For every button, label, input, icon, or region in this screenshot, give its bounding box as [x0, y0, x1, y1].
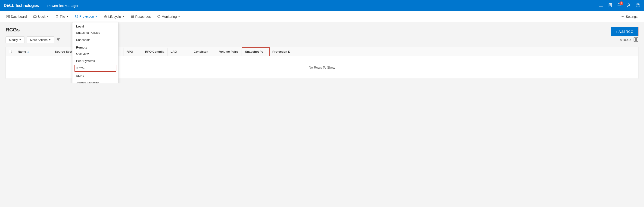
nav-bar: Dashboard Block ▼ File ▼ Protection ▼ Lo…	[0, 11, 644, 22]
user-icon[interactable]	[626, 3, 631, 8]
lifecycle-caret-icon: ▼	[122, 15, 124, 18]
dropdown-overview[interactable]: Overview	[72, 50, 118, 57]
svg-point-7	[628, 4, 630, 5]
alerts-icon[interactable]: 1	[617, 3, 622, 8]
svg-rect-10	[7, 15, 8, 16]
svg-rect-2	[599, 6, 603, 6]
svg-rect-21	[636, 38, 636, 41]
svg-point-19	[622, 16, 624, 17]
protection-dropdown: Local Snapshot Policies Snapshots Remote…	[72, 22, 118, 84]
block-caret-icon: ▼	[47, 15, 49, 18]
svg-rect-13	[8, 17, 10, 18]
add-rcg-button[interactable]: + Add RCG	[611, 27, 638, 36]
th-snapshot-policy[interactable]: Snapshot Po	[242, 47, 270, 56]
nav-monitoring[interactable]: Monitoring ▼	[154, 11, 183, 22]
dell-logo: DƏLL Technologies	[4, 3, 39, 8]
svg-rect-20	[634, 38, 635, 41]
th-protection-domain[interactable]: Protection D	[270, 48, 297, 56]
app-title: PowerFlex Manager	[48, 4, 78, 8]
topbar-divider: |	[42, 3, 44, 8]
th-checkbox[interactable]	[6, 48, 15, 56]
dropdown-peer-systems[interactable]: Peer Systems	[72, 57, 118, 64]
nav-block[interactable]: Block ▼	[30, 11, 52, 22]
clipboard-icon[interactable]	[608, 3, 612, 8]
file-caret-icon: ▼	[66, 15, 68, 18]
tasks-icon[interactable]	[599, 3, 603, 8]
svg-rect-14	[34, 16, 36, 17]
dropdown-rcgs[interactable]: RCGs	[74, 65, 116, 72]
columns-toggle[interactable]	[633, 37, 638, 43]
th-lag[interactable]: LAG	[168, 48, 191, 56]
svg-rect-16	[131, 15, 134, 16]
protection-caret-icon: ▼	[95, 15, 98, 17]
dropdown-sdrs[interactable]: SDRs	[72, 72, 118, 79]
local-heading: Local	[72, 22, 118, 29]
help-icon[interactable]	[636, 3, 640, 8]
th-rpo[interactable]: RPO	[124, 48, 142, 56]
th-consistency[interactable]: Consisten	[191, 48, 216, 56]
monitoring-caret-icon: ▼	[178, 15, 180, 18]
svg-rect-12	[7, 17, 8, 18]
nav-dashboard[interactable]: Dashboard	[4, 11, 30, 22]
filter-icon[interactable]	[56, 37, 60, 42]
page-title: RCGs	[6, 27, 20, 33]
modify-caret-icon: ▼	[19, 39, 21, 41]
topbar-right: 1	[599, 3, 640, 8]
svg-rect-0	[599, 4, 603, 4]
nav-resources[interactable]: Resources	[128, 11, 154, 22]
topbar-left: DƏLL Technologies | PowerFlex Manager	[4, 3, 78, 8]
nav-settings[interactable]: Settings	[618, 15, 640, 18]
toolbar-right: 0 RCGs	[620, 37, 638, 43]
th-volume-pairs[interactable]: Volume Pairs	[216, 48, 242, 56]
nav-file[interactable]: File ▼	[53, 11, 71, 22]
dropdown-snapshot-policies[interactable]: Snapshot Policies	[72, 29, 118, 36]
alerts-badge: 1	[620, 1, 623, 5]
remote-heading: Remote	[72, 43, 118, 50]
rcg-count: 0 RCGs	[620, 38, 631, 42]
more-actions-caret-icon: ▼	[48, 39, 51, 41]
select-all-checkbox[interactable]	[9, 50, 12, 53]
more-actions-button[interactable]: More Actions ▼	[26, 36, 54, 43]
svg-rect-22	[637, 38, 638, 41]
th-name[interactable]: Name ▲	[15, 48, 52, 56]
svg-point-9	[638, 6, 638, 6]
svg-rect-18	[131, 17, 134, 18]
topbar: DƏLL Technologies | PowerFlex Manager 1	[0, 0, 644, 11]
name-sort-icon: ▲	[27, 50, 29, 53]
nav-lifecycle[interactable]: Lifecycle ▼	[101, 11, 127, 22]
svg-rect-17	[131, 16, 134, 17]
svg-rect-1	[599, 5, 603, 5]
modify-button[interactable]: Modify ▼	[6, 36, 25, 43]
dropdown-journal-capacity[interactable]: Journal Capacity	[72, 79, 118, 84]
nav-protection[interactable]: Protection ▼ Local Snapshot Policies Sna…	[72, 11, 100, 22]
dropdown-snapshots[interactable]: Snapshots	[72, 36, 118, 43]
svg-rect-11	[8, 15, 10, 16]
th-rpo-compliance[interactable]: RPO Complia	[142, 48, 168, 56]
